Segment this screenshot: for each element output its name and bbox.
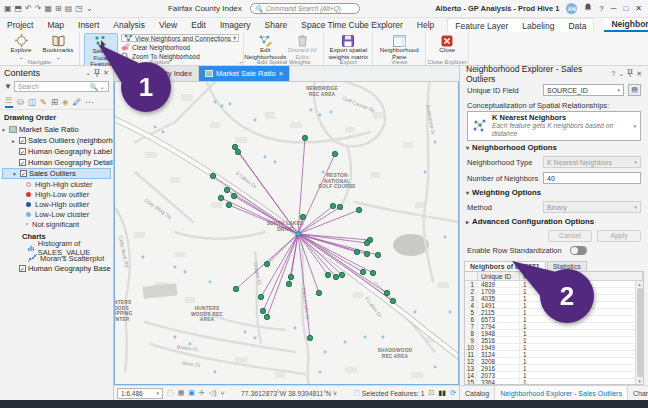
map-coordinates[interactable]: 77.3612873°W 38.9394811°N ˅ bbox=[229, 390, 350, 397]
map-tab-market-sale-ratio[interactable]: Market Sale Ratio × bbox=[199, 66, 290, 81]
basemap-toggle-icon[interactable]: ▣ bbox=[188, 389, 195, 397]
neighbor-point[interactable] bbox=[307, 335, 312, 340]
project-icon[interactable]: ⊞ bbox=[55, 4, 62, 13]
layer-checkbox[interactable]: ✓ bbox=[19, 265, 26, 272]
weighting-options-section[interactable]: ▾ Weighting Options bbox=[460, 186, 648, 199]
field-list-icon[interactable]: ▤ bbox=[628, 84, 641, 96]
neighbor-point[interactable] bbox=[370, 270, 375, 275]
clear-neighborhood-button[interactable]: Clear Neighborhood bbox=[121, 43, 239, 51]
search-options-chevron-icon[interactable]: ⌄ bbox=[100, 83, 105, 91]
save-icon[interactable]: ⬒ bbox=[15, 4, 23, 13]
weight-header[interactable]: Weight bbox=[520, 272, 643, 280]
tab-labeling[interactable]: Labeling bbox=[515, 19, 561, 32]
table-row[interactable]: 414911 bbox=[465, 302, 643, 309]
panel-options-chevron-icon[interactable]: ⌄ bbox=[618, 70, 624, 78]
avatar[interactable]: AN bbox=[566, 3, 577, 14]
table-row[interactable]: 217091 bbox=[465, 288, 643, 295]
list-by-labeling-icon[interactable]: ◈ bbox=[62, 97, 69, 107]
signed-in-user[interactable]: Alberto - GP Analysis - Prod Hive 1 bbox=[435, 4, 559, 13]
table-row[interactable]: 148391 bbox=[465, 281, 643, 288]
table-row[interactable]: 1131241 bbox=[465, 351, 643, 358]
neighbor-point[interactable] bbox=[360, 269, 365, 274]
refresh-icon[interactable]: ⟳ bbox=[450, 389, 456, 397]
export-spatial-weights-button[interactable]: Export spatial weights matrix bbox=[328, 33, 368, 60]
contents-search-input[interactable]: Search 🔍 ⌄ bbox=[14, 81, 109, 92]
pane-options-chevron-icon[interactable]: ⌄ bbox=[85, 69, 91, 77]
neighbor-point[interactable] bbox=[232, 144, 237, 149]
conceptualization-select[interactable]: K Nearest Neighbors Each feature gets K … bbox=[467, 111, 641, 141]
map-canvas[interactable]: NEWBRIDGEREC AREAGolf Course SqSoapstone… bbox=[114, 82, 459, 385]
scroll-down-icon[interactable]: ▾ bbox=[638, 378, 641, 384]
map-tab-vulnerability-index[interactable]: Vulnerability Index bbox=[114, 66, 199, 81]
close-pane-icon[interactable]: ✕ bbox=[103, 69, 109, 77]
layer-checkbox[interactable]: ✓ bbox=[19, 148, 26, 155]
tab-share[interactable]: Share bbox=[258, 18, 295, 32]
layer-item-human-geography-detail[interactable]: ✓Human Geography Detail bbox=[2, 157, 111, 168]
expander-icon[interactable]: ▾ bbox=[2, 127, 7, 133]
neighbor-point[interactable] bbox=[264, 261, 269, 266]
new-icon[interactable]: ▣ bbox=[4, 4, 12, 13]
bookmarks-button[interactable]: Bookmarks⌄ bbox=[41, 33, 75, 60]
table-row[interactable]: 340351 bbox=[465, 295, 643, 302]
panel-help-icon[interactable]: ? bbox=[611, 70, 615, 77]
tab-imagery[interactable]: Imagery bbox=[213, 18, 258, 32]
neighbor-point[interactable] bbox=[354, 249, 359, 254]
scroll-up-icon[interactable]: ▴ bbox=[638, 281, 641, 287]
focal-feature-point[interactable] bbox=[296, 232, 300, 236]
neighbor-point[interactable] bbox=[364, 251, 369, 256]
table-row[interactable]: 935161 bbox=[465, 337, 643, 344]
list-by-snapping-icon[interactable]: ⊞ bbox=[51, 97, 58, 107]
neighbor-point[interactable] bbox=[316, 290, 321, 295]
tab-help[interactable]: Help bbox=[410, 18, 441, 32]
explore-button[interactable]: Explore⌄ bbox=[4, 33, 38, 60]
neighbor-point[interactable] bbox=[302, 135, 307, 140]
layer-item-sales-outliers-neighborhood-[interactable]: ▸✓Sales Outliers (neighborhood) bbox=[2, 135, 111, 146]
table-row[interactable]: 1329161 bbox=[465, 365, 643, 372]
tab-data[interactable]: Data bbox=[561, 19, 593, 32]
tab-project[interactable]: Project bbox=[0, 18, 40, 32]
neighbor-point[interactable] bbox=[258, 294, 263, 299]
neighborhood-pane-button[interactable]: Neighborhood Pane bbox=[377, 33, 421, 60]
view-neighbors-dropdown[interactable]: View Neighbors and Connections▾ bbox=[121, 34, 239, 42]
layer-item-map[interactable]: ▾Market Sale Ratio bbox=[2, 124, 111, 135]
table-row[interactable]: 727941 bbox=[465, 323, 643, 330]
minimize-button[interactable]: ─ bbox=[611, 4, 617, 13]
layer-checkbox[interactable]: ✓ bbox=[20, 170, 27, 177]
tab-neighborhood-explorer[interactable]: Neighborhood Explorer bbox=[604, 18, 648, 32]
tab-edit[interactable]: Edit bbox=[184, 18, 213, 32]
list-by-editing-icon[interactable]: ✎ bbox=[40, 97, 47, 107]
close-tab-icon[interactable]: × bbox=[279, 69, 283, 78]
close-button[interactable]: ✕ bbox=[635, 4, 642, 13]
table-row[interactable]: 1420731 bbox=[465, 372, 643, 379]
selected-features-indicator[interactable]: ⬚ Selected Features: 1 bbox=[353, 389, 424, 397]
neighbor-point[interactable] bbox=[330, 203, 335, 208]
attribute-table-icon[interactable]: ⊡ bbox=[429, 389, 435, 397]
expander-icon[interactable]: ▸ bbox=[12, 138, 17, 144]
layer-item-human-geography-label[interactable]: ✓Human Geography Label bbox=[2, 146, 111, 157]
advanced-configuration-section[interactable]: ▸ Advanced Configuration Options bbox=[460, 215, 648, 228]
notifications-bell-icon[interactable] bbox=[584, 3, 592, 14]
tab-analysis[interactable]: Analysis bbox=[106, 18, 152, 32]
neighbor-point[interactable] bbox=[300, 214, 305, 219]
neighbor-point[interactable] bbox=[233, 286, 238, 291]
status-chevron-icon[interactable]: ˅ bbox=[220, 390, 224, 397]
tab-map[interactable]: Map bbox=[40, 18, 71, 32]
layer-item-sales-outliers[interactable]: ▾✓Sales Outliers bbox=[2, 168, 111, 179]
sound-icon[interactable]: ◁) bbox=[209, 389, 217, 397]
neighbor-point[interactable] bbox=[364, 240, 369, 245]
neighbor-point[interactable] bbox=[235, 149, 240, 154]
neighbor-point[interactable] bbox=[356, 207, 361, 212]
bottom-tab-catalog[interactable]: Catalog bbox=[460, 386, 494, 400]
list-by-charts-icon[interactable]: 🖉 bbox=[73, 97, 82, 107]
neighbor-point[interactable] bbox=[337, 204, 342, 209]
tab-statistics[interactable]: Statistics bbox=[547, 261, 587, 271]
list-by-drawing-order-icon[interactable]: ☰ bbox=[5, 95, 13, 108]
neighbor-point[interactable] bbox=[332, 151, 337, 156]
tab-view[interactable]: View bbox=[152, 18, 184, 32]
panel-pin-icon[interactable] bbox=[627, 69, 633, 78]
neighborhood-options-section[interactable]: ▾ Neighborhood Options bbox=[460, 141, 648, 154]
neighbor-point[interactable] bbox=[375, 252, 380, 257]
neighbors-table[interactable]: Unique IDWeight 148391217091340351414911… bbox=[464, 271, 644, 385]
list-by-data-source-icon[interactable]: ⛁ bbox=[17, 97, 24, 107]
layer-item-human-geography-base[interactable]: ✓Human Geography Base bbox=[2, 263, 111, 274]
